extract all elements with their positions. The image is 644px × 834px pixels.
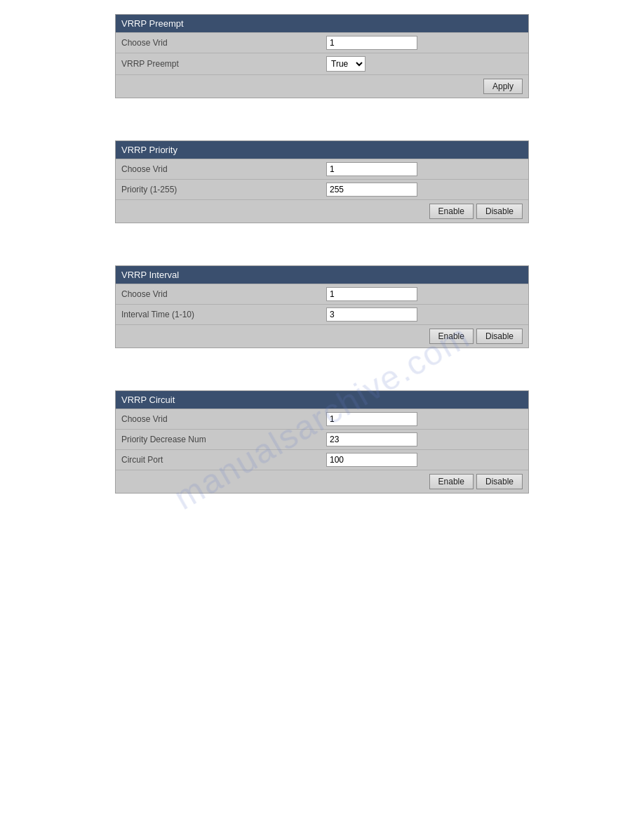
input-vrrp-circuit-2[interactable] <box>326 453 417 467</box>
value-vrrp-interval-0 <box>322 284 528 304</box>
value-vrrp-interval-1 <box>322 305 528 324</box>
input-vrrp-priority-0[interactable] <box>326 162 417 176</box>
row-vrrp-preempt-0: Choose Vrid <box>116 32 528 53</box>
select-vrrp-preempt-1[interactable]: TrueFalse <box>326 56 365 72</box>
label-vrrp-circuit-0: Choose Vrid <box>116 411 322 428</box>
disable-button-vrrp-interval[interactable]: Disable <box>476 329 523 344</box>
label-vrrp-preempt-1: VRRP Preempt <box>116 55 322 72</box>
row-vrrp-circuit-2: Circuit Port <box>116 449 528 470</box>
footer-vrrp-priority: EnableDisable <box>116 199 528 223</box>
label-vrrp-preempt-0: Choose Vrid <box>116 34 322 51</box>
label-vrrp-circuit-2: Circuit Port <box>116 451 322 468</box>
section-header-vrrp-preempt: VRRP Preempt <box>116 15 528 32</box>
row-vrrp-circuit-1: Priority Decrease Num <box>116 429 528 449</box>
footer-vrrp-preempt: Apply <box>116 74 528 98</box>
footer-vrrp-circuit: EnableDisable <box>116 470 528 493</box>
enable-button-vrrp-priority[interactable]: Enable <box>429 204 474 219</box>
label-vrrp-priority-1: Priority (1-255) <box>116 181 322 198</box>
input-vrrp-priority-1[interactable] <box>326 183 417 197</box>
value-vrrp-preempt-1: TrueFalse <box>322 53 528 74</box>
row-vrrp-interval-0: Choose Vrid <box>116 284 528 304</box>
section-header-vrrp-interval: VRRP Interval <box>116 266 528 284</box>
section-vrrp-interval: VRRP IntervalChoose VridInterval Time (1… <box>115 265 529 348</box>
section-header-vrrp-circuit: VRRP Circuit <box>116 391 528 409</box>
section-vrrp-priority: VRRP PriorityChoose VridPriority (1-255)… <box>115 140 529 223</box>
section-header-vrrp-priority: VRRP Priority <box>116 141 528 159</box>
input-vrrp-circuit-0[interactable] <box>326 412 417 426</box>
label-vrrp-circuit-1: Priority Decrease Num <box>116 431 322 448</box>
enable-button-vrrp-circuit[interactable]: Enable <box>429 474 474 489</box>
row-vrrp-priority-0: Choose Vrid <box>116 159 528 179</box>
input-vrrp-interval-0[interactable] <box>326 287 417 301</box>
row-vrrp-priority-1: Priority (1-255) <box>116 179 528 199</box>
input-vrrp-preempt-0[interactable] <box>326 36 417 50</box>
label-vrrp-interval-0: Choose Vrid <box>116 286 322 303</box>
input-vrrp-interval-1[interactable] <box>326 307 417 322</box>
value-vrrp-priority-1 <box>322 180 528 199</box>
value-vrrp-priority-0 <box>322 159 528 179</box>
disable-button-vrrp-priority[interactable]: Disable <box>476 204 523 219</box>
value-vrrp-circuit-0 <box>322 409 528 429</box>
value-vrrp-preempt-0 <box>322 33 528 53</box>
row-vrrp-circuit-0: Choose Vrid <box>116 409 528 429</box>
value-vrrp-circuit-1 <box>322 430 528 449</box>
apply-button-vrrp-preempt[interactable]: Apply <box>483 79 523 94</box>
section-vrrp-preempt: VRRP PreemptChoose VridVRRP PreemptTrueF… <box>115 14 529 98</box>
input-vrrp-circuit-1[interactable] <box>326 432 417 446</box>
row-vrrp-interval-1: Interval Time (1-10) <box>116 304 528 324</box>
disable-button-vrrp-circuit[interactable]: Disable <box>476 474 523 489</box>
enable-button-vrrp-interval[interactable]: Enable <box>429 329 474 344</box>
label-vrrp-priority-0: Choose Vrid <box>116 161 322 178</box>
section-vrrp-circuit: VRRP CircuitChoose VridPriority Decrease… <box>115 390 529 494</box>
value-vrrp-circuit-2 <box>322 450 528 470</box>
label-vrrp-interval-1: Interval Time (1-10) <box>116 306 322 323</box>
row-vrrp-preempt-1: VRRP PreemptTrueFalse <box>116 53 528 74</box>
footer-vrrp-interval: EnableDisable <box>116 324 528 348</box>
